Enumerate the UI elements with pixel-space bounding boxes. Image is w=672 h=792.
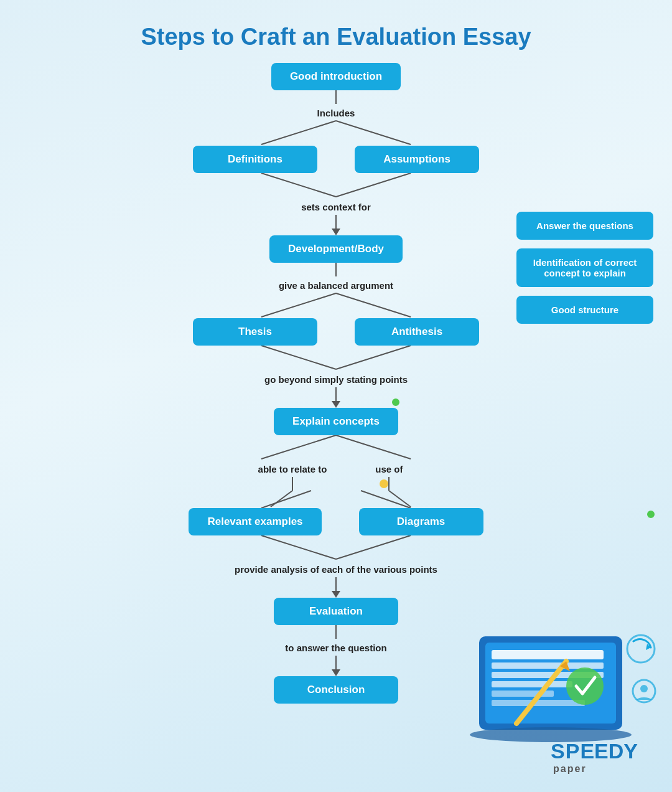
to-answer-label: to answer the question (285, 643, 386, 653)
good-structure-node: Good structure (516, 296, 653, 324)
svg-line-4 (261, 293, 336, 317)
svg-line-2 (261, 173, 336, 197)
definitions-assumptions-row: Definitions Assumptions (193, 146, 479, 173)
svg-line-6 (261, 346, 336, 369)
svg-line-1 (336, 121, 411, 144)
go-beyond-label: go beyond simply stating points (264, 374, 408, 385)
development-body-node: Development/Body (269, 235, 403, 263)
illustration (460, 599, 660, 755)
logo-paper-text: paper (553, 763, 587, 774)
answer-questions-node: Answer the questions (516, 212, 653, 240)
sets-context-label: sets context for (301, 202, 371, 212)
svg-line-15 (336, 535, 411, 559)
branch-svg-2 (212, 173, 460, 198)
svg-rect-21 (492, 681, 572, 687)
relevant-diagrams-row: Relevant examples Diagrams (189, 508, 483, 535)
dot-yellow-1 (380, 479, 388, 488)
svg-line-5 (336, 293, 411, 317)
dot-green-2 (647, 511, 655, 518)
includes-label: Includes (317, 108, 355, 118)
sidebar-panel: Answer the questions Identification of c… (516, 212, 653, 324)
svg-line-7 (336, 346, 411, 369)
thesis-antithesis-row: Thesis Antithesis (193, 318, 479, 346)
use-of-label: use of (375, 464, 403, 474)
antithesis-node: Antithesis (355, 318, 479, 346)
svg-line-10 (271, 491, 292, 507)
dot-green-1 (392, 398, 399, 406)
branch-svg-4 (212, 346, 460, 370)
assumptions-node: Assumptions (355, 146, 479, 173)
speedy-paper-logo: SPEEDY paper (551, 739, 638, 775)
svg-line-9 (336, 435, 411, 459)
svg-line-14 (261, 535, 336, 559)
definitions-node: Definitions (193, 146, 317, 173)
conclusion-node: Conclusion (274, 676, 398, 704)
svg-rect-23 (492, 700, 585, 706)
laptop-svg (460, 599, 660, 748)
page-title: Steps to Craft an Evaluation Essay (0, 0, 672, 63)
good-introduction-node: Good introduction (271, 63, 401, 90)
svg-line-0 (261, 121, 336, 144)
logo-speedy-text: SP (551, 739, 580, 763)
explain-concepts-node: Explain concepts (274, 408, 398, 435)
branch-svg-1 (212, 121, 460, 146)
able-to-relate-label: able to relate to (258, 464, 327, 474)
relevant-examples-node: Relevant examples (189, 508, 321, 535)
logo-eedy-text: EEDY (580, 739, 638, 763)
branch-svg-7 (212, 535, 460, 560)
identification-node: Identification of correct concept to exp… (516, 248, 653, 287)
thesis-node: Thesis (193, 318, 317, 346)
svg-point-24 (566, 667, 604, 705)
provide-analysis-label: provide analysis of each of the various … (235, 564, 437, 575)
branch-small-left (268, 491, 317, 508)
evaluation-node: Evaluation (274, 598, 398, 625)
examples-diagrams-labels-row: able to relate to use of (258, 460, 414, 508)
give-balanced-label: give a balanced argument (279, 280, 393, 291)
svg-line-8 (261, 435, 336, 459)
svg-rect-18 (492, 650, 604, 659)
branch-svg-3 (212, 293, 460, 318)
branch-small-right (364, 491, 414, 508)
branch-svg-5 (212, 435, 460, 460)
diagrams-node: Diagrams (359, 508, 483, 535)
svg-line-3 (336, 173, 411, 197)
svg-point-34 (640, 685, 648, 692)
svg-line-11 (389, 491, 411, 507)
